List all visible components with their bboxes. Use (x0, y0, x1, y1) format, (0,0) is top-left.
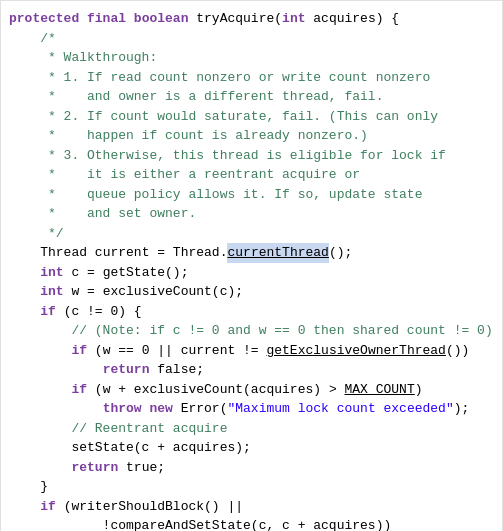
code-line: * 3. Otherwise, this thread is eligible … (1, 146, 502, 166)
token: * queue policy allows it. If so, update … (9, 185, 422, 205)
token: c = getState(); (64, 263, 189, 283)
code-line: // (Note: if c != 0 and w == 0 then shar… (1, 321, 502, 341)
code-line: * and set owner. (1, 204, 502, 224)
token: false; (149, 360, 204, 380)
token: return (71, 458, 118, 478)
token: final (87, 9, 134, 29)
token: MAX_COUNT (344, 380, 414, 400)
token: (c != 0) { (56, 302, 142, 322)
token: // (Note: if c != 0 and w == 0 then shar… (9, 321, 493, 341)
code-line: * 2. If count would saturate, fail. (Thi… (1, 107, 502, 127)
code-line: int c = getState(); (1, 263, 502, 283)
token: tryAcquire (196, 9, 274, 29)
token (9, 360, 103, 380)
code-line: * Walkthrough: (1, 48, 502, 68)
token: ); (454, 399, 470, 419)
token: * and owner is a different thread, fail. (9, 87, 383, 107)
token: int (282, 9, 313, 29)
token: int (40, 263, 63, 283)
code-line: * and owner is a different thread, fail. (1, 87, 502, 107)
token: */ (9, 224, 64, 244)
code-line: // Reentrant acquire (1, 419, 502, 439)
code-line: * happen if count is already nonzero.) (1, 126, 502, 146)
code-line: * 1. If read count nonzero or write coun… (1, 68, 502, 88)
code-line: if (w == 0 || current != getExclusiveOwn… (1, 341, 502, 361)
code-line: return true; (1, 458, 502, 478)
code-editor: protected final boolean tryAcquire(int a… (0, 0, 503, 531)
token: (w + (87, 380, 134, 400)
token: currentThread (227, 243, 328, 263)
token: if (71, 380, 87, 400)
token: true; (118, 458, 165, 478)
code-line: if (c != 0) { (1, 302, 502, 322)
token: w = exclusiveCount(c); (64, 282, 243, 302)
token: * and set owner. (9, 204, 196, 224)
token (9, 263, 40, 283)
token (9, 243, 40, 263)
token (9, 282, 40, 302)
code-line: protected final boolean tryAcquire(int a… (1, 9, 502, 29)
code-line: /* (1, 29, 502, 49)
token: Thread (40, 243, 87, 263)
code-line: !compareAndSetState(c, c + acquires)) (1, 516, 502, 531)
code-line: if (w + exclusiveCount(acquires) > MAX_C… (1, 380, 502, 400)
token: if (71, 341, 87, 361)
code-line: Thread current = Thread.currentThread(); (1, 243, 502, 263)
token: (writerShouldBlock() || (56, 497, 243, 517)
token: } (9, 477, 48, 497)
token: exclusiveCount (134, 380, 243, 400)
code-line: if (writerShouldBlock() || (1, 497, 502, 517)
token: acquires) { (313, 9, 399, 29)
token: * Walkthrough: (9, 48, 157, 68)
token: * it is either a reentrant acquire or (9, 165, 360, 185)
token (9, 497, 40, 517)
token: (w == 0 || current != (87, 341, 266, 361)
token: ( (274, 9, 282, 29)
code-line: throw new Error("Maximum lock count exce… (1, 399, 502, 419)
token: current = (87, 243, 173, 263)
token: * 2. If count would saturate, fail. (Thi… (9, 107, 438, 127)
token (9, 399, 103, 419)
token (9, 302, 40, 322)
code-line: return false; (1, 360, 502, 380)
token (9, 341, 71, 361)
token: return (103, 360, 150, 380)
token (9, 458, 71, 478)
token: Error( (173, 399, 228, 419)
code-line: * queue policy allows it. If so, update … (1, 185, 502, 205)
token: (acquires) > (243, 380, 344, 400)
token: ) (415, 380, 423, 400)
token: boolean (134, 9, 196, 29)
code-line: } (1, 477, 502, 497)
token: * happen if count is already nonzero.) (9, 126, 368, 146)
code-line: setState(c + acquires); (1, 438, 502, 458)
token: "Maximum lock count exceeded" (227, 399, 453, 419)
token: throw (103, 399, 142, 419)
token: if (40, 302, 56, 322)
token: new (149, 399, 172, 419)
token: // Reentrant acquire (9, 419, 227, 439)
token: Thread (173, 243, 220, 263)
token: getExclusiveOwnerThread (266, 341, 445, 361)
token: protected (9, 9, 87, 29)
code-line: */ (1, 224, 502, 244)
code-line: * it is either a reentrant acquire or (1, 165, 502, 185)
token: * 1. If read count nonzero or write coun… (9, 68, 430, 88)
token: (); (329, 243, 352, 263)
token: . (220, 243, 228, 263)
token: ()) (446, 341, 469, 361)
token: * 3. Otherwise, this thread is eligible … (9, 146, 446, 166)
token: if (40, 497, 56, 517)
token: !compareAndSetState(c, c + acquires)) (9, 516, 391, 531)
token: setState(c + acquires); (9, 438, 251, 458)
code-line: int w = exclusiveCount(c); (1, 282, 502, 302)
token (9, 380, 71, 400)
token (142, 399, 150, 419)
token: int (40, 282, 63, 302)
token: /* (9, 29, 56, 49)
